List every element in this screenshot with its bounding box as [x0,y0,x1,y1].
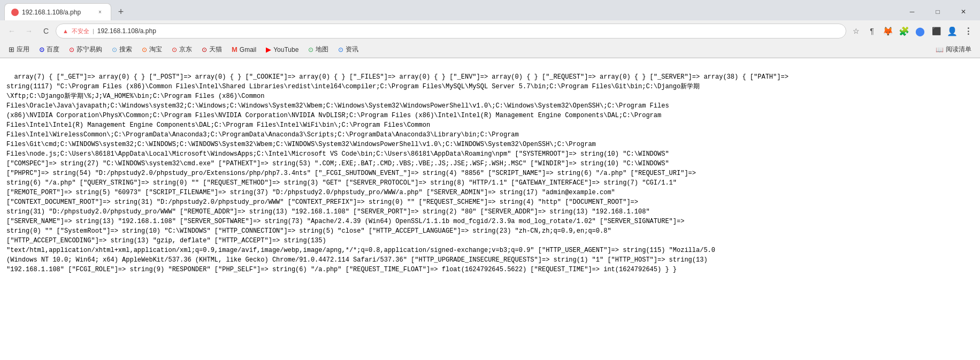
baidu-icon: ⊙ [39,46,44,53]
tmall-icon: ⊙ [202,46,207,53]
bookmark-gmail[interactable]: M Gmail [227,44,261,55]
active-tab[interactable]: 192.168.1.108/a.php × [4,3,111,20]
bookmark-suning[interactable]: ⊙ 苏宁易购 [65,43,106,56]
extension4-icon[interactable]: ⬛ [929,24,944,39]
refresh-button[interactable]: C [39,24,53,39]
menu-icon[interactable]: ⋮ [961,24,976,39]
browser-chrome: 192.168.1.108/a.php × + ─ □ ✕ ← → C ▲ 不安… [0,0,980,58]
paragraph-icon[interactable]: ¶ [864,24,879,39]
navigation-bar: ← → C ▲ 不安全 | 192.168.1.108/a.php ☆ ¶ 🦊 … [0,20,980,42]
reading-mode-label: 阅读清单 [946,45,971,54]
tab-favicon [11,9,19,16]
map-icon: ⊙ [308,46,313,53]
back-button[interactable]: ← [4,24,19,39]
tmall-label: 天猫 [209,45,222,54]
bookmark-star-icon[interactable]: ☆ [848,24,863,39]
tab-title: 192.168.1.108/a.php [22,9,93,16]
bookmark-map[interactable]: ⊙ 地图 [304,43,333,56]
page-content: array(7) { ["_GET"]=> array(0) { } ["_PO… [0,58,980,358]
extension2-icon[interactable]: 🧩 [897,24,912,39]
jd-label: 京东 [179,45,192,54]
apps-icon: ⊞ [9,45,14,53]
reading-mode-button[interactable]: 📖 阅读清单 [931,43,976,56]
forward-button[interactable]: → [21,24,36,39]
php-output: array(7) { ["_GET"]=> array(0) { } ["_PO… [6,73,788,273]
nav-right-icons: ☆ ¶ 🦊 🧩 ⬤ ⬛ 👤 ⋮ [848,24,976,39]
youtube-label: YouTube [273,46,298,53]
bookmark-taobao[interactable]: ⊙ 淘宝 [137,43,166,56]
extension1-icon[interactable]: 🦊 [881,24,895,39]
suning-label: 苏宁易购 [76,45,102,54]
extension3-icon[interactable]: ⬤ [913,24,928,39]
url-text: 192.168.1.108/a.php [97,27,839,35]
address-bar[interactable]: ▲ 不安全 | 192.168.1.108/a.php [56,24,846,39]
reading-mode-icon: 📖 [936,46,944,53]
gmail-label: Gmail [240,46,256,53]
bookmark-jd[interactable]: ⊙ 京东 [167,43,196,56]
apps-label: 应用 [17,45,29,54]
tab-bar: 192.168.1.108/a.php × + ─ □ ✕ [0,0,980,20]
bookmarks-bar: ⊞ 应用 ⊙ 百度 ⊙ 苏宁易购 ⊙ 搜索 ⊙ 淘宝 ⊙ 京东 ⊙ 天猫 M G [0,42,980,58]
new-tab-button[interactable]: + [113,4,128,19]
security-label: 不安全 [72,27,89,35]
search-icon: ⊙ [112,46,117,53]
separator: | [93,28,94,34]
bookmark-baidu[interactable]: ⊙ 百度 [35,43,64,56]
jd-icon: ⊙ [172,46,177,53]
minimize-button[interactable]: ─ [900,3,924,20]
map-label: 地图 [316,45,328,54]
bookmark-youtube[interactable]: ▶ YouTube [262,44,303,55]
profile-icon[interactable]: 👤 [945,24,960,39]
taobao-icon: ⊙ [142,46,147,53]
tab-close-button[interactable]: × [96,8,104,17]
bookmark-news[interactable]: ⊙ 资讯 [334,43,363,56]
news-label: 资讯 [346,45,358,54]
search-label: 搜索 [119,45,132,54]
bookmark-apps[interactable]: ⊞ 应用 [4,43,34,56]
maximize-button[interactable]: □ [925,3,950,20]
bookmark-tmall[interactable]: ⊙ 天猫 [197,43,226,56]
gmail-icon: M [232,45,238,53]
taobao-label: 淘宝 [149,45,162,54]
security-warning-icon: ▲ [63,28,68,34]
window-controls: ─ □ ✕ [900,3,976,20]
news-icon: ⊙ [338,46,343,53]
youtube-icon: ▶ [266,45,271,53]
bookmark-search[interactable]: ⊙ 搜索 [108,43,136,56]
close-button[interactable]: ✕ [951,3,976,20]
suning-icon: ⊙ [69,46,74,53]
baidu-label: 百度 [47,45,59,54]
